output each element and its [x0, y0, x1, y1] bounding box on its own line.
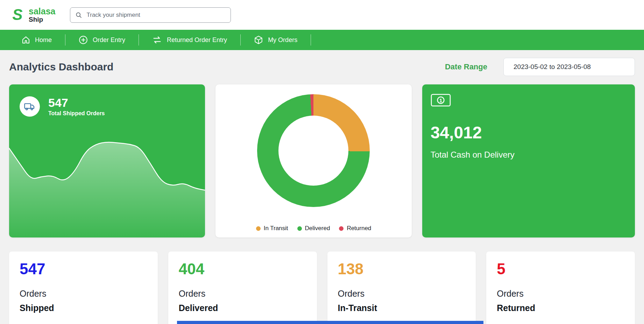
stat-value: 138	[338, 261, 466, 277]
page-title: Analytics Dashboard	[9, 61, 113, 73]
svg-text:1: 1	[439, 98, 442, 103]
legend-dot	[256, 226, 261, 231]
nav-item-label: Returned Order Entry	[167, 36, 227, 44]
order-stats-row: 547 Orders Shipped 404 Orders Delivered …	[9, 251, 635, 324]
search-input[interactable]	[86, 12, 226, 19]
cod-label: Total Cash on Delivery	[431, 150, 627, 160]
stat-orders-label: Orders	[179, 289, 306, 299]
stat-orders-label: Orders	[20, 289, 147, 299]
nav-divider	[311, 34, 311, 46]
stat-value: 5	[497, 261, 624, 277]
cod-value: 34,012	[431, 123, 627, 142]
stat-card-returned: 5 Orders Returned	[486, 251, 635, 324]
shipped-orders-sparkline	[9, 132, 205, 237]
logo[interactable]: S salasa Ship	[9, 7, 55, 23]
nav-item-label: Order Entry	[93, 36, 125, 44]
date-range-input[interactable]	[503, 58, 635, 76]
shipped-orders-value: 547	[48, 96, 105, 109]
cash-icon: 1	[431, 94, 451, 107]
main-content: Analytics Dashboard Date Range 547 T	[0, 58, 644, 324]
plus-circle-icon	[79, 35, 88, 44]
exchange-icon	[152, 35, 162, 45]
chart-legend: In TransitDeliveredReturned	[215, 225, 411, 232]
legend-label: Returned	[347, 225, 371, 232]
nav-divider	[240, 34, 241, 46]
legend-item-in-transit[interactable]: In Transit	[256, 225, 288, 232]
home-icon	[22, 36, 30, 44]
stat-status-label: In-Transit	[338, 303, 466, 313]
stat-orders-label: Orders	[497, 289, 624, 299]
salasa-logo-icon: S	[9, 7, 26, 23]
date-range-label: Date Range	[445, 62, 487, 71]
orders-status-chart-card: In TransitDeliveredReturned	[215, 84, 411, 237]
nav-item-label: Home	[35, 36, 52, 44]
nav-item-my-orders[interactable]: My Orders	[254, 35, 297, 44]
nav-item-returned-order-entry[interactable]: Returned Order Entry	[152, 35, 227, 45]
stat-status-label: Delivered	[179, 303, 306, 313]
stat-card-in-transit: 138 Orders In-Transit	[327, 251, 476, 324]
stat-value: 547	[20, 261, 147, 277]
truck-icon	[20, 96, 40, 117]
legend-item-delivered[interactable]: Delivered	[297, 225, 330, 232]
package-icon	[254, 35, 263, 44]
donut-hole	[278, 116, 348, 186]
donut-chart	[257, 94, 370, 207]
nav-item-order-entry[interactable]: Order Entry	[79, 35, 125, 44]
shipped-card-text: 547 Total Shipped Orders	[48, 96, 105, 117]
partially-visible-bottom-element	[177, 321, 483, 324]
legend-item-returned[interactable]: Returned	[339, 225, 371, 232]
page-head: Analytics Dashboard Date Range	[9, 58, 635, 76]
logo-sub-text: Ship	[29, 16, 55, 23]
legend-label: In Transit	[264, 225, 288, 232]
nav-item-home[interactable]: Home	[22, 36, 52, 44]
shipped-orders-label: Total Shipped Orders	[48, 110, 105, 117]
total-shipped-orders-card: 547 Total Shipped Orders	[9, 84, 205, 237]
legend-dot	[339, 226, 344, 231]
stat-status-label: Shipped	[20, 303, 147, 313]
main-nav: Home Order Entry Returned Order Entry	[0, 30, 644, 50]
stat-status-label: Returned	[497, 303, 624, 313]
svg-text:S: S	[12, 7, 22, 23]
stat-card-delivered: 404 Orders Delivered	[168, 251, 317, 324]
summary-cards-row: 547 Total Shipped Orders In TransitD	[9, 84, 635, 237]
legend-label: Delivered	[305, 225, 330, 232]
stat-orders-label: Orders	[338, 289, 466, 299]
top-header: S salasa Ship	[0, 0, 644, 30]
total-cod-card: 1 34,012 Total Cash on Delivery	[422, 84, 635, 237]
logo-text: salasa Ship	[29, 7, 55, 23]
logo-brand-text: salasa	[29, 7, 55, 16]
nav-divider	[139, 34, 139, 46]
legend-dot	[297, 226, 302, 231]
shipped-card-head: 547 Total Shipped Orders	[9, 84, 205, 117]
date-range: Date Range	[445, 58, 635, 76]
stat-value: 404	[179, 261, 306, 277]
nav-divider	[65, 34, 65, 46]
stat-card-shipped: 547 Orders Shipped	[9, 251, 158, 324]
search-icon	[75, 12, 82, 19]
nav-item-label: My Orders	[268, 36, 297, 44]
shipment-search-box[interactable]	[70, 7, 231, 23]
